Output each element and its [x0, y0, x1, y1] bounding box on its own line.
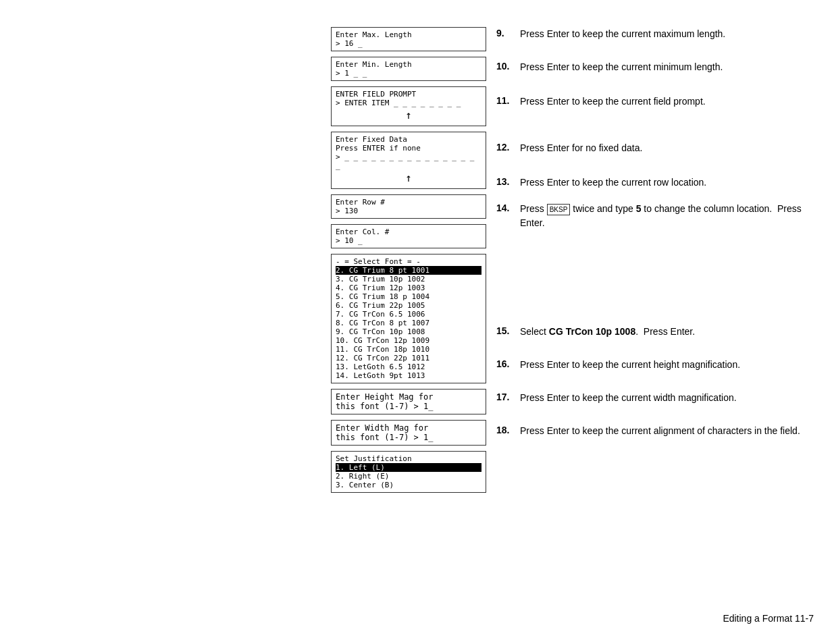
row-box: Enter Row # > 130 [331, 194, 486, 219]
step-12-num: 12. [496, 141, 520, 153]
step-16-text: Press Enter to keep the current height m… [520, 358, 814, 372]
min-length-label: Enter Min. Length [336, 60, 481, 69]
justify-item-1-selected: 1. Left (L) [336, 463, 481, 472]
font-item-4: 4. CG Trium 12p 1003 [336, 284, 481, 292]
step-16-row: 16. Press Enter to keep the current heig… [496, 358, 814, 372]
min-length-value: > 1 _ _ [336, 69, 481, 78]
col-value: > 10 _ [336, 236, 481, 245]
footer: Editing a Format 11-7 [723, 613, 814, 624]
step-17-num: 17. [496, 391, 520, 402]
step-17-text: Press Enter to keep the current width ma… [520, 391, 814, 405]
field-prompt-box: ENTER FIELD PROMPT > ENTER ITEM _ _ _ _ … [331, 86, 486, 126]
font-item-3: 3. CG Trium 10p 1002 [336, 275, 481, 284]
justify-item-2: 2. Right (E) [336, 472, 481, 481]
font-item-13: 13. LetGoth 6.5 1012 [336, 363, 481, 371]
step-16-num: 16. [496, 358, 520, 369]
step-9-row: 9. Press Enter to keep the current maxim… [496, 27, 814, 41]
row-label: Enter Row # [336, 198, 481, 207]
min-length-box: Enter Min. Length > 1 _ _ [331, 57, 486, 81]
step-11-num: 11. [496, 95, 520, 106]
width-mag-box: Enter Width Mag for this font (1-7) > 1_ [331, 420, 486, 446]
col-label: Enter Col. # [336, 227, 481, 236]
step-13-row: 13. Press Enter to keep the current row … [496, 176, 814, 190]
step-11-row: 11. Press Enter to keep the current fiel… [496, 95, 814, 109]
step-12-text: Press Enter for no fixed data. [520, 141, 814, 155]
step-12-row: 12. Press Enter for no fixed data. [496, 141, 814, 155]
step-10-row: 10. Press Enter to keep the current mini… [496, 60, 814, 74]
font-item-5: 5. CG Trium 18 p 1004 [336, 292, 481, 301]
step-15-text: Select CG TrCon 10p 1008. Press Enter. [520, 325, 814, 339]
step-15-row: 15. Select CG TrCon 10p 1008. Press Ente… [496, 325, 814, 339]
font-item-9: 9. CG TrCon 10p 1008 [336, 327, 481, 336]
fixed-data-box: Enter Fixed Data Press ENTER if none > _… [331, 132, 486, 189]
field-prompt-line1: ENTER FIELD PROMPT [336, 90, 481, 99]
row-value: > 130 [336, 207, 481, 215]
step-9-text: Press Enter to keep the current maximum … [520, 27, 814, 41]
page-container: Enter Max. Length > 16 _ Enter Min. Leng… [0, 0, 834, 644]
step-14-row: 14. Press BKSP twice and type 5 to chang… [496, 202, 814, 230]
font-item-12: 12. CG TrCon 22p 1011 [336, 354, 481, 363]
justify-header: Set Justification [336, 454, 481, 463]
field-prompt-line2: > ENTER ITEM _ _ _ _ _ _ _ _ [336, 99, 481, 107]
step-9-num: 9. [496, 27, 520, 38]
step-10-num: 10. [496, 60, 520, 72]
step-18-row: 18. Press Enter to keep the current alig… [496, 424, 814, 438]
font-select-header: - = Select Font = - [336, 257, 481, 266]
font-item-10: 10. CG TrCon 12p 1009 [336, 336, 481, 345]
bksp-icon: BKSP [547, 204, 571, 215]
field-prompt-arrow: ↑ [336, 109, 481, 122]
font-item-6: 6. CG Trium 22p 1005 [336, 301, 481, 310]
height-mag-line1: Enter Height Mag for [336, 392, 481, 402]
width-mag-line2: this font (1-7) > 1_ [336, 433, 481, 442]
height-mag-box: Enter Height Mag for this font (1-7) > 1… [331, 389, 486, 414]
left-panel: Enter Max. Length > 16 _ Enter Min. Leng… [331, 27, 486, 498]
font-item-11: 11. CG TrCon 18p 1010 [336, 345, 481, 354]
fixed-data-line3: > _ _ _ _ _ _ _ _ _ _ _ _ _ _ _ _ [336, 153, 481, 170]
font-item-8: 8. CG TrCon 8 pt 1007 [336, 319, 481, 327]
max-length-value: > 16 _ [336, 39, 481, 48]
height-mag-line2: this font (1-7) > 1_ [336, 402, 481, 411]
justify-item-3: 3. Center (B) [336, 481, 481, 489]
font-item-14: 14. LetGoth 9pt 1013 [336, 371, 481, 380]
step-18-text: Press Enter to keep the current alignmen… [520, 424, 814, 438]
step-13-num: 13. [496, 176, 520, 187]
right-panel: 9. Press Enter to keep the current maxim… [496, 27, 814, 450]
font-item-2-selected: 2. CG Trium 8 pt 1001 [336, 266, 481, 275]
max-length-label: Enter Max. Length [336, 30, 481, 39]
fixed-data-arrow: ↑ [336, 171, 481, 184]
step-10-text: Press Enter to keep the current minimum … [520, 60, 814, 74]
step-14-text: Press BKSP twice and type 5 to change th… [520, 202, 814, 230]
step-15-num: 15. [496, 325, 520, 336]
col-box: Enter Col. # > 10 _ [331, 224, 486, 248]
fixed-data-line2: Press ENTER if none [336, 144, 481, 153]
step-13-text: Press Enter to keep the current row loca… [520, 176, 814, 190]
font-select-box: - = Select Font = - 2. CG Trium 8 pt 100… [331, 254, 486, 383]
font-item-7: 7. CG TrCon 6.5 1006 [336, 310, 481, 319]
width-mag-line1: Enter Width Mag for [336, 423, 481, 433]
step-18-num: 18. [496, 424, 520, 435]
justification-box: Set Justification 1. Left (L) 2. Right (… [331, 451, 486, 493]
step-14-num: 14. [496, 202, 520, 213]
max-length-box: Enter Max. Length > 16 _ [331, 27, 486, 51]
fixed-data-line1: Enter Fixed Data [336, 135, 481, 144]
footer-text: Editing a Format 11-7 [723, 613, 814, 624]
step-17-row: 17. Press Enter to keep the current widt… [496, 391, 814, 405]
step-11-text: Press Enter to keep the current field pr… [520, 95, 814, 109]
